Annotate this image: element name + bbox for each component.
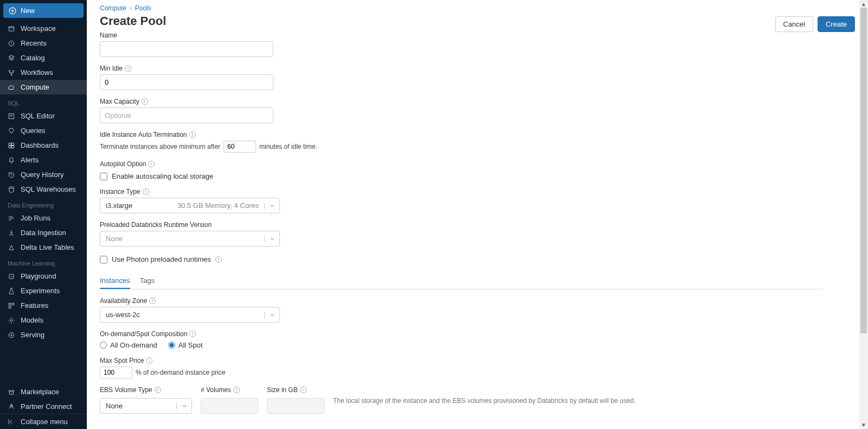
cloud-icon — [8, 84, 15, 91]
sidebar-item-data-ingestion[interactable]: Data Ingestion — [0, 225, 87, 240]
svg-rect-7 — [9, 143, 11, 145]
collapse-menu[interactable]: Collapse menu — [0, 414, 87, 429]
instance-type-label: Instance Type — [100, 188, 141, 195]
instance-type-select[interactable]: i3.xlarge 30.5 GB Memory, 4 Cores — [100, 198, 280, 213]
sidebar-item-compute[interactable]: Compute — [0, 80, 87, 94]
sidebar-item-partner-connect[interactable]: Partner Connect — [0, 399, 87, 414]
name-input[interactable] — [100, 41, 273, 57]
dashboard-icon — [8, 142, 15, 149]
svg-rect-15 — [9, 306, 11, 308]
workflows-icon — [8, 69, 15, 77]
max-spot-input[interactable] — [100, 367, 132, 378]
radio-spot[interactable]: All Spot — [168, 341, 203, 349]
radio-ondemand-input[interactable] — [100, 342, 107, 349]
info-icon[interactable]: i — [155, 387, 161, 393]
max-capacity-input[interactable] — [100, 108, 273, 123]
sidebar-item-playground[interactable]: Playground — [0, 269, 87, 283]
sidebar-item-serving[interactable]: Serving — [0, 327, 87, 342]
sidebar-item-queries[interactable]: Queries — [0, 123, 87, 138]
chevron-down-icon — [264, 312, 279, 318]
svg-point-5 — [11, 74, 12, 75]
collapse-icon — [8, 418, 15, 426]
ebs-count-label: # Volumes — [201, 386, 231, 394]
sidebar-item-features[interactable]: Features — [0, 298, 87, 313]
sidebar-label: Delta Live Tables — [21, 243, 74, 251]
svg-point-16 — [10, 319, 12, 321]
serving-icon — [8, 331, 15, 339]
ebs-type-value: None — [106, 402, 123, 410]
jobruns-icon — [8, 214, 15, 222]
term-minutes-input[interactable] — [224, 141, 256, 153]
info-icon[interactable]: i — [149, 298, 156, 304]
ebs-count-input — [201, 398, 258, 414]
sidebar-item-sql-editor[interactable]: SQL Editor — [0, 109, 87, 123]
sidebar-item-workspace[interactable]: Workspace — [0, 21, 87, 36]
sidebar-item-query-history[interactable]: Query History — [0, 167, 87, 182]
sidebar-item-job-runs[interactable]: Job Runs — [0, 211, 87, 225]
scrollbar[interactable]: ▲ ▼ — [859, 0, 868, 429]
sidebar-item-delta-live[interactable]: Delta Live Tables — [0, 240, 87, 255]
breadcrumb-pools[interactable]: Pools — [135, 4, 151, 12]
sidebar-item-workflows[interactable]: Workflows — [0, 65, 87, 80]
sidebar-label: Dashboards — [21, 141, 59, 149]
tab-tags[interactable]: Tags — [140, 273, 155, 289]
max-spot-label: Max Spot Price — [100, 357, 144, 364]
radio-ondemand[interactable]: All On-demand — [100, 341, 157, 349]
autoscale-label: Enable autoscaling local storage — [112, 172, 213, 180]
sidebar-label: Queries — [21, 127, 46, 135]
breadcrumb-compute[interactable]: Compute — [100, 4, 126, 12]
info-icon[interactable]: i — [142, 98, 148, 105]
sidebar-item-catalog[interactable]: Catalog — [0, 51, 87, 65]
workspace-icon — [8, 25, 15, 33]
spot-suffix: % of on-demand instance price — [136, 369, 225, 376]
autoscale-checkbox-row[interactable]: Enable autoscaling local storage — [100, 172, 822, 180]
min-idle-label: Min Idle — [100, 65, 123, 72]
info-icon[interactable]: i — [189, 331, 196, 337]
sidebar-item-experiments[interactable]: Experiments — [0, 283, 87, 298]
cancel-button[interactable]: Cancel — [775, 16, 813, 32]
tab-instances[interactable]: Instances — [100, 273, 130, 289]
svg-rect-10 — [12, 146, 14, 148]
sidebar-label: Serving — [21, 331, 44, 339]
min-idle-input[interactable] — [100, 74, 273, 90]
sidebar-item-models[interactable]: Models — [0, 313, 87, 327]
info-icon[interactable]: i — [300, 387, 307, 393]
svg-point-18 — [10, 404, 12, 406]
scroll-down-icon[interactable]: ▼ — [860, 421, 867, 429]
sidebar-label: Collapse menu — [21, 418, 68, 426]
create-button[interactable]: Create — [818, 16, 855, 32]
sidebar-item-marketplace[interactable]: Marketplace — [0, 384, 87, 399]
info-icon[interactable]: i — [143, 188, 149, 195]
photon-checkbox[interactable] — [100, 256, 107, 263]
info-icon[interactable]: i — [233, 387, 240, 393]
info-icon[interactable]: i — [215, 256, 222, 263]
section-de: Data Engineering — [0, 197, 87, 211]
sidebar-item-alerts[interactable]: Alerts — [0, 153, 87, 167]
info-icon[interactable]: i — [189, 131, 196, 138]
new-button[interactable]: New — [3, 3, 84, 18]
photon-checkbox-row[interactable]: Use Photon preloaded runtimes i — [100, 255, 822, 263]
sidebar-item-dashboards[interactable]: Dashboards — [0, 138, 87, 153]
info-icon[interactable]: i — [146, 357, 152, 364]
sidebar: New Workspace Recents Catalog Workflows … — [0, 0, 87, 429]
ebs-type-select[interactable]: None — [100, 398, 192, 414]
sidebar-item-recents[interactable]: Recents — [0, 36, 87, 51]
az-select[interactable]: us-west-2c — [100, 307, 280, 323]
sidebar-label: Data Ingestion — [21, 229, 66, 237]
radio-spot-input[interactable] — [168, 342, 175, 349]
sidebar-label: Job Runs — [21, 214, 50, 222]
autopilot-label: Autopilot Option — [100, 160, 146, 168]
idle-term-label: Idle Instance Auto Termination — [100, 131, 187, 138]
scroll-up-icon[interactable]: ▲ — [860, 0, 867, 8]
term-prefix: Terminate instances above minimum after — [100, 143, 220, 150]
scroll-thumb[interactable] — [860, 8, 867, 333]
photon-label: Use Photon preloaded runtimes — [112, 255, 211, 263]
autoscale-checkbox[interactable] — [100, 173, 107, 180]
info-icon[interactable]: i — [125, 65, 131, 72]
preloaded-select[interactable]: None — [100, 231, 280, 247]
sidebar-item-sql-warehouses[interactable]: SQL Warehouses — [0, 182, 87, 197]
sidebar-label: Workspace — [21, 24, 56, 33]
sidebar-label: Experiments — [21, 287, 60, 295]
bell-icon — [8, 156, 15, 164]
info-icon[interactable]: i — [148, 161, 155, 167]
